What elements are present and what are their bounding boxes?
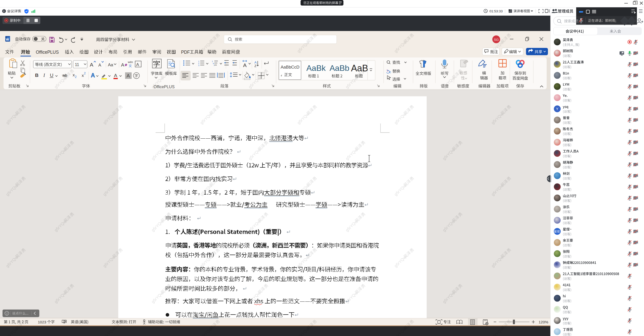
- svg-text:PDF: PDF: [181, 50, 190, 55]
- svg-text:i: i: [214, 64, 214, 67]
- svg-text:A: A: [98, 63, 101, 68]
- svg-text:A: A: [90, 62, 93, 68]
- svg-text:3: 3: [198, 64, 199, 67]
- svg-text:A: A: [114, 73, 117, 78]
- svg-text:01:53:33: 01:53:33: [489, 9, 503, 13]
- svg-text:B: B: [35, 73, 39, 78]
- svg-text:120%: 120%: [539, 320, 548, 324]
- svg-text:A: A: [243, 62, 247, 68]
- svg-text:Aa: Aa: [108, 63, 113, 67]
- svg-text:OfficePLUS: OfficePLUS: [36, 50, 59, 55]
- svg-text:Z: Z: [254, 64, 256, 68]
- svg-text:AaBk: AaBk: [306, 64, 326, 73]
- svg-text:x: x: [73, 73, 75, 77]
- svg-text:A: A: [91, 72, 95, 79]
- svg-text:AaB: AaB: [351, 63, 368, 73]
- svg-text:wén: wén: [128, 60, 133, 64]
- svg-text:AaBb: AaBb: [330, 64, 349, 73]
- svg-text:W: W: [6, 38, 9, 41]
- svg-text:SG: SG: [494, 38, 499, 42]
- svg-text:x: x: [82, 73, 84, 78]
- svg-text:11: 11: [75, 63, 79, 67]
- svg-text:1023: 1023: [38, 320, 46, 324]
- svg-text:2: 2: [75, 75, 77, 79]
- svg-text:A: A: [127, 73, 130, 78]
- svg-text:A: A: [254, 60, 257, 64]
- svg-text:AaBbCcD: AaBbCcD: [281, 65, 300, 70]
- svg-text:2: 2: [84, 72, 86, 75]
- svg-text:A: A: [136, 62, 139, 67]
- svg-text:U: U: [50, 73, 53, 78]
- svg-text:Y: Y: [556, 107, 559, 111]
- svg-text:A: A: [121, 62, 124, 68]
